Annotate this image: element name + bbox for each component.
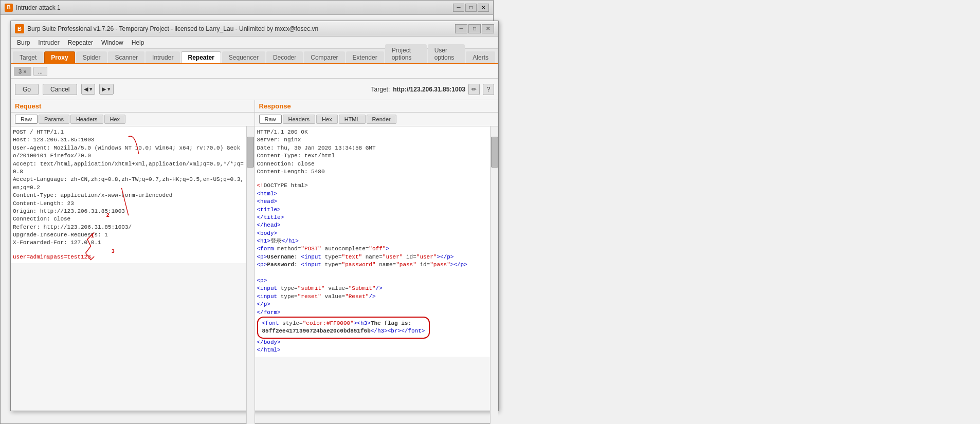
main-titlebar: B Burp Suite Professional v1.7.26 - Temp… [11, 21, 498, 36]
tab-scanner[interactable]: Scanner [108, 51, 144, 63]
response-scrollbar-thumb[interactable] [491, 137, 498, 168]
outer-close-btn[interactable]: ✕ [478, 4, 489, 12]
response-body-text: <!DOCTYPE html> <html> <head> <title> </… [257, 182, 488, 317]
request-content: POST / HTTP/1.1 Host: 123.206.31.85:1003… [11, 126, 246, 263]
response-tabs: Raw Headers Hex HTML Render [255, 113, 499, 126]
tab-proxy[interactable]: Proxy [44, 51, 75, 63]
tab-decoder[interactable]: Decoder [266, 51, 303, 63]
tab-project-options[interactable]: Project options [385, 44, 427, 63]
request-scroll[interactable]: POST / HTTP/1.1 Host: 123.206.31.85:1003… [11, 126, 246, 424]
flag-text: <font style="color:#FF0000"><h3>The flag… [262, 320, 425, 336]
menu-window[interactable]: Window [97, 38, 128, 47]
main-maximize-btn[interactable]: □ [468, 24, 481, 33]
response-header: Response [255, 100, 499, 113]
tab-target[interactable]: Target [13, 51, 43, 63]
request-tab-headers[interactable]: Headers [70, 115, 103, 124]
go-button[interactable]: Go [15, 84, 39, 95]
request-body: user=admin&pass=test123 [13, 253, 244, 261]
main-titlebar-left: B Burp Suite Professional v1.7.26 - Temp… [15, 24, 318, 33]
request-title: Request [15, 102, 41, 110]
menu-burp[interactable]: Burp [13, 38, 34, 47]
outer-titlebar: B Intruder attack 1 ─ □ ✕ [1, 1, 493, 15]
toolbar: Go Cancel ◀ ▾ ▶ ▾ Target: http://123.206… [11, 79, 498, 100]
request-scrollbar[interactable] [246, 126, 255, 424]
response-content-area: HTTP/1.1 200 OK Server: nginx Date: Thu,… [255, 126, 499, 424]
response-tab-html[interactable]: HTML [339, 115, 366, 124]
menu-repeater[interactable]: Repeater [64, 38, 97, 47]
edit-target-btn[interactable]: ✏ [468, 84, 480, 95]
main-window-title: Burp Suite Professional v1.7.26 - Tempor… [27, 25, 318, 32]
menu-intruder[interactable]: Intruder [34, 38, 63, 47]
tab-repeater[interactable]: Repeater [181, 51, 221, 63]
request-tab-hex[interactable]: Hex [104, 115, 126, 124]
outer-app-icon: B [5, 4, 13, 12]
response-title: Response [259, 102, 291, 110]
subtab-more[interactable]: ... [33, 67, 47, 76]
flag-highlight: <font style="color:#FF0000"><h3>The flag… [257, 317, 430, 339]
main-close-btn[interactable]: ✕ [482, 24, 494, 33]
request-tab-raw[interactable]: Raw [15, 115, 38, 124]
outer-window-controls: ─ □ ✕ [453, 4, 489, 12]
response-content: HTTP/1.1 200 OK Server: nginx Date: Thu,… [255, 126, 491, 357]
target-label: Target: [371, 86, 390, 93]
request-text: POST / HTTP/1.1 Host: 123.206.31.85:1003… [13, 128, 244, 247]
subtabbar: 3 × ... [11, 64, 498, 79]
tab-user-options[interactable]: User options [428, 44, 465, 63]
request-header: Request [11, 100, 255, 113]
subtab-3[interactable]: 3 × [14, 67, 31, 76]
split-pane: Request Raw Params Headers Hex POST / HT… [11, 100, 498, 424]
next-nav[interactable]: ▶ ▾ [99, 84, 113, 95]
response-header-text: HTTP/1.1 200 OK Server: nginx Date: Thu,… [257, 128, 488, 176]
flag-container: <font style="color:#FF0000"><h3>The flag… [257, 317, 430, 339]
prev-nav[interactable]: ◀ ▾ [81, 84, 95, 95]
tab-comparer[interactable]: Comparer [304, 51, 344, 63]
tab-alerts[interactable]: Alerts [466, 51, 495, 63]
cancel-button[interactable]: Cancel [43, 84, 77, 95]
response-scroll[interactable]: HTTP/1.1 200 OK Server: nginx Date: Thu,… [255, 126, 491, 424]
main-app-icon: B [15, 24, 24, 33]
response-scrollbar[interactable] [490, 126, 498, 424]
response-footer-text: </body> </html> [257, 339, 488, 355]
response-tab-hex[interactable]: Hex [316, 115, 338, 124]
main-minimize-btn[interactable]: ─ [455, 24, 467, 33]
response-tab-headers[interactable]: Headers [283, 115, 316, 124]
response-tab-render[interactable]: Render [367, 115, 396, 124]
response-pane: Response Raw Headers Hex HTML Render HTT… [255, 100, 499, 424]
target-url: http://123.206.31.85:1003 [393, 86, 465, 93]
main-window: B Burp Suite Professional v1.7.26 - Temp… [10, 21, 499, 411]
outer-window-title: Intruder attack 1 [16, 4, 61, 11]
request-pane: Request Raw Params Headers Hex POST / HT… [11, 100, 255, 424]
main-tabbar: Target Proxy Spider Scanner Intruder Rep… [11, 49, 498, 64]
outer-titlebar-left: B Intruder attack 1 [5, 4, 61, 12]
request-scrollbar-thumb[interactable] [247, 137, 254, 168]
main-window-controls: ─ □ ✕ [455, 24, 494, 33]
request-tab-params[interactable]: Params [39, 115, 69, 124]
target-info: Target: http://123.206.31.85:1003 ✏ ? [371, 84, 494, 95]
menu-help[interactable]: Help [128, 38, 149, 47]
outer-minimize-btn[interactable]: ─ [453, 4, 464, 12]
request-tabs: Raw Params Headers Hex [11, 113, 255, 126]
tab-spider[interactable]: Spider [76, 51, 107, 63]
tab-sequencer[interactable]: Sequencer [222, 51, 265, 63]
tab-intruder[interactable]: Intruder [146, 51, 180, 63]
outer-maximize-btn[interactable]: □ [465, 4, 477, 12]
request-content-area: POST / HTTP/1.1 Host: 123.206.31.85:1003… [11, 126, 255, 424]
response-tab-raw[interactable]: Raw [259, 115, 282, 124]
help-target-btn[interactable]: ? [483, 84, 494, 95]
tab-extender[interactable]: Extender [346, 51, 384, 63]
